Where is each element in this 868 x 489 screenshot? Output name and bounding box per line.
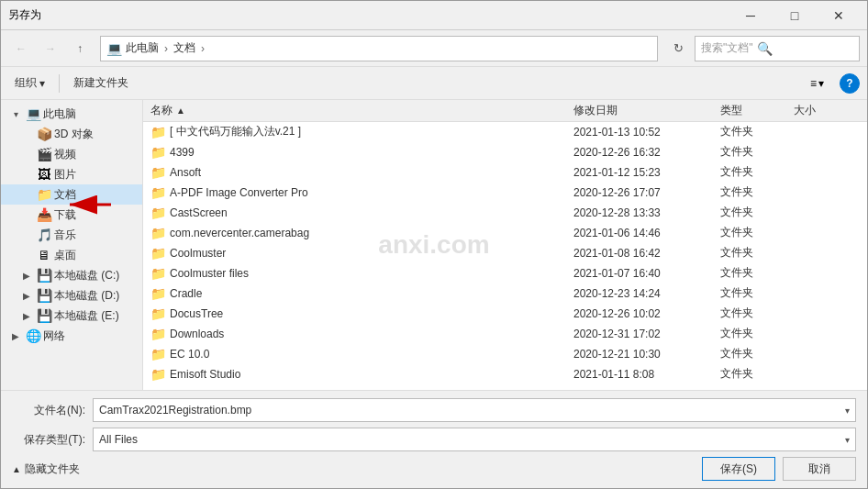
hidden-files-toggle[interactable]: ▲ 隐藏文件夹 [12, 461, 80, 477]
file-row[interactable]: 📁 Ansoft 2021-01-12 15:23 文件夹 [143, 162, 867, 183]
filetype-input[interactable]: All Files ▾ [93, 428, 856, 451]
help-button[interactable]: ? [840, 73, 860, 94]
file-name-cell: 📁 Ansoft [147, 165, 570, 180]
sidebar-item-video[interactable]: 🎬 视频 [1, 144, 142, 164]
folder-icon: 📁 [150, 125, 166, 139]
sidebar-item-documents[interactable]: 📁 文档 [1, 184, 142, 205]
search-button[interactable]: 🔍 [757, 41, 773, 56]
file-name-cell: 📁 4399 [147, 145, 570, 160]
help-label: ? [846, 77, 852, 90]
folder-icon: 📁 [150, 306, 166, 321]
file-date-cell: 2021-01-11 8:08 [570, 368, 717, 381]
main-content-area: ▾ 💻 此电脑 📦 3D 对象 🎬 视频 🖼 图片 📁 文档 📥 下载 🎵 音乐… [1, 100, 867, 390]
tree-icon-3d: 📦 [36, 127, 52, 141]
toolbar-separator [59, 74, 60, 93]
filename-row: 文件名(N): CamTrax2021Registration.bmp ▾ [12, 398, 856, 422]
filename-input[interactable]: CamTrax2021Registration.bmp ▾ [93, 398, 856, 422]
tree-label-video: 视频 [54, 147, 76, 162]
file-name: Coolmuster files [170, 267, 249, 280]
navigation-sidebar: ▾ 💻 此电脑 📦 3D 对象 🎬 视频 🖼 图片 📁 文档 📥 下载 🎵 音乐… [1, 100, 143, 390]
sort-arrow-icon: ▲ [176, 106, 185, 116]
file-row[interactable]: 📁 com.nevercenter.camerabag 2021-01-06 1… [143, 223, 867, 243]
tree-icon-pictures: 🖼 [36, 167, 52, 182]
bottom-buttons: ▲ 隐藏文件夹 保存(S) 取消 [12, 457, 856, 481]
save-dialog: 另存为 ─ □ ✕ ← → ↑ 💻 此电脑 › 文档 › ↻ 搜索"文档" 🔍 [0, 0, 868, 489]
file-row[interactable]: 📁 Emisoft Studio 2021-01-11 8:08 文件夹 [143, 364, 867, 384]
organize-button[interactable]: 组织 ▾ [8, 72, 51, 95]
file-name: [ 中文代码万能输入法v.21 ] [170, 124, 301, 139]
file-name-cell: 📁 Emisoft Studio [147, 367, 570, 382]
forward-button[interactable]: → [38, 36, 63, 61]
column-header-type[interactable]: 类型 [717, 100, 790, 121]
tree-toggle-this-pc: ▾ [8, 109, 23, 119]
column-header-date[interactable]: 修改日期 [570, 100, 717, 121]
folder-icon: 📁 [150, 266, 166, 281]
search-box[interactable]: 搜索"文档" 🔍 [695, 36, 860, 61]
file-name: Cradle [170, 287, 202, 300]
filetype-dropdown-icon: ▾ [845, 435, 850, 445]
tree-label-local-d: 本地磁盘 (D:) [54, 288, 119, 304]
file-date-cell: 2021-01-13 10:52 [570, 126, 717, 139]
refresh-button[interactable]: ↻ [665, 36, 691, 61]
back-button[interactable]: ← [8, 36, 34, 61]
file-type-cell: 文件夹 [717, 225, 790, 240]
file-date-cell: 2020-12-23 14:24 [570, 287, 717, 300]
save-button[interactable]: 保存(S) [702, 457, 775, 481]
sidebar-item-network[interactable]: ▶ 🌐 网络 [1, 326, 142, 346]
file-type-cell: 文件夹 [717, 265, 790, 281]
file-name: Ansoft [170, 166, 201, 179]
folder-icon: 📁 [150, 165, 166, 180]
sidebar-item-3d[interactable]: 📦 3D 对象 [1, 124, 142, 144]
folder-icon: 📁 [150, 347, 166, 361]
close-button[interactable]: ✕ [818, 2, 860, 29]
tree-label-downloads: 下载 [54, 207, 76, 223]
file-row[interactable]: 📁 CastScreen 2020-12-28 13:33 文件夹 [143, 203, 867, 223]
column-header-name[interactable]: 名称 ▲ [147, 100, 570, 121]
folder-icon: 📁 [150, 226, 166, 240]
file-date-cell: 2020-12-26 17:07 [570, 186, 717, 199]
folder-icon: 📁 [150, 145, 166, 160]
file-row[interactable]: 📁 A-PDF Image Converter Pro 2020-12-26 1… [143, 183, 867, 203]
sidebar-item-local-e[interactable]: ▶ 💾 本地磁盘 (E:) [1, 306, 142, 326]
file-date-cell: 2020-12-31 17:02 [570, 328, 717, 340]
file-row[interactable]: 📁 EC 10.0 2020-12-21 10:30 文件夹 [143, 344, 867, 364]
file-name: Downloads [170, 328, 224, 340]
file-row[interactable]: 📁 [ 中文代码万能输入法v.21 ] 2021-01-13 10:52 文件夹 [143, 122, 867, 142]
sidebar-item-downloads[interactable]: 📥 下载 [1, 205, 142, 225]
filetype-value: All Files [99, 433, 138, 446]
file-row[interactable]: 📁 Cradle 2020-12-23 14:24 文件夹 [143, 283, 867, 304]
file-list[interactable]: 📁 [ 中文代码万能输入法v.21 ] 2021-01-13 10:52 文件夹… [143, 122, 867, 390]
column-date-label: 修改日期 [573, 103, 618, 118]
sidebar-item-music[interactable]: 🎵 音乐 [1, 225, 142, 245]
up-button[interactable]: ↑ [67, 36, 93, 61]
view-icon: ≡ [810, 77, 817, 90]
sidebar-item-desktop[interactable]: 🖥 桌面 [1, 245, 142, 265]
file-date-cell: 2021-01-08 16:42 [570, 247, 717, 260]
view-button[interactable]: ≡ ▾ [806, 72, 829, 95]
file-name-cell: 📁 [ 中文代码万能输入法v.21 ] [147, 124, 570, 139]
sidebar-item-this-pc[interactable]: ▾ 💻 此电脑 [1, 104, 142, 124]
search-placeholder: 搜索"文档" [701, 40, 753, 56]
breadcrumb-documents[interactable]: 文档 [173, 40, 195, 56]
sidebar-item-local-d[interactable]: ▶ 💾 本地磁盘 (D:) [1, 285, 142, 306]
new-folder-button[interactable]: 新建文件夹 [67, 72, 135, 95]
maximize-button[interactable]: □ [773, 2, 816, 29]
file-date-cell: 2020-12-26 10:02 [570, 307, 717, 320]
file-date-cell: 2020-12-26 16:32 [570, 146, 717, 159]
file-row[interactable]: 📁 Coolmuster 2021-01-08 16:42 文件夹 [143, 243, 867, 263]
minimize-button[interactable]: ─ [729, 2, 772, 29]
file-type-cell: 文件夹 [717, 346, 790, 361]
tree-label-3d: 3D 对象 [54, 127, 94, 142]
folder-icon: 📁 [150, 327, 166, 341]
file-row[interactable]: 📁 Downloads 2020-12-31 17:02 文件夹 [143, 324, 867, 344]
address-bar[interactable]: 💻 此电脑 › 文档 › [100, 36, 658, 61]
sidebar-item-pictures[interactable]: 🖼 图片 [1, 164, 142, 184]
file-row[interactable]: 📁 4399 2020-12-26 16:32 文件夹 [143, 142, 867, 162]
file-row[interactable]: 📁 DocusTree 2020-12-26 10:02 文件夹 [143, 304, 867, 324]
breadcrumb-this-pc[interactable]: 此电脑 [126, 40, 159, 56]
file-name: Emisoft Studio [170, 368, 240, 381]
file-row[interactable]: 📁 Coolmuster files 2021-01-07 16:40 文件夹 [143, 263, 867, 283]
column-header-size[interactable]: 大小 [790, 100, 863, 121]
cancel-button[interactable]: 取消 [783, 457, 856, 481]
sidebar-item-local-c[interactable]: ▶ 💾 本地磁盘 (C:) [1, 265, 142, 285]
